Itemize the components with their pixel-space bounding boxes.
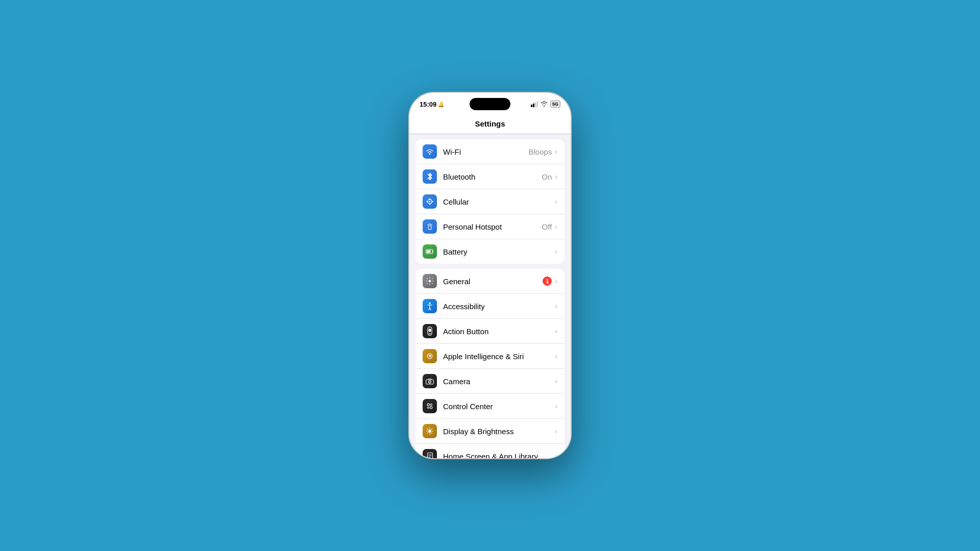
general-label: General <box>443 277 470 286</box>
section-connectivity: Wi-Fi Bloops › Bluetooth <box>415 139 565 264</box>
battery-chevron: › <box>555 247 557 256</box>
action-icon <box>423 324 437 338</box>
svg-line-33 <box>427 429 428 430</box>
cellular-label: Cellular <box>443 197 469 206</box>
battery-label: Battery <box>443 247 468 256</box>
svg-point-23 <box>429 381 430 382</box>
display-chevron: › <box>555 427 557 435</box>
svg-point-24 <box>427 404 429 406</box>
homescreen-chevron: › <box>555 452 557 458</box>
camera-label: Camera <box>443 377 470 386</box>
svg-point-27 <box>430 407 432 409</box>
wifi-label: Wi-Fi <box>443 147 461 156</box>
siri-label: Apple Intelligence & Siri <box>443 352 524 361</box>
row-cellular[interactable]: Cellular › <box>415 189 565 214</box>
row-homescreen[interactable]: Home Screen & App Library › <box>415 444 565 458</box>
battery-right: › <box>555 247 557 256</box>
general-badge: 1 <box>543 277 552 286</box>
wifi-chevron: › <box>555 147 557 156</box>
svg-point-4 <box>429 153 431 155</box>
row-control[interactable]: Control Center › <box>415 394 565 419</box>
hotspot-label: Personal Hotspot <box>443 222 502 231</box>
homescreen-right: › <box>555 452 557 458</box>
row-siri[interactable]: Apple Intelligence & Siri › <box>415 344 565 369</box>
action-right: › <box>555 327 557 335</box>
accessibility-label: Accessibility <box>443 302 485 311</box>
status-time: 15:09 🔔 <box>420 101 444 108</box>
bluetooth-content: Bluetooth On › <box>443 172 557 181</box>
homescreen-icon <box>423 449 437 458</box>
display-right: › <box>555 427 557 435</box>
camera-content: Camera › <box>443 377 557 386</box>
wifi-right: Bloops › <box>528 147 557 156</box>
camera-icon <box>423 374 437 388</box>
row-camera[interactable]: Camera › <box>415 369 565 394</box>
row-accessibility[interactable]: Accessibility › <box>415 294 565 319</box>
control-right: › <box>555 402 557 410</box>
svg-point-15 <box>429 303 431 305</box>
action-chevron: › <box>555 327 557 335</box>
hotspot-content: Personal Hotspot Off › <box>443 222 557 231</box>
control-content: Control Center › <box>443 402 557 411</box>
accessibility-right: › <box>555 302 557 310</box>
wifi-content: Wi-Fi Bloops › <box>443 147 557 156</box>
siri-content: Apple Intelligence & Siri › <box>443 352 557 361</box>
hotspot-right: Off › <box>542 222 557 231</box>
bluetooth-icon <box>423 169 437 184</box>
accessibility-icon <box>423 299 437 313</box>
battery-status: 5G <box>550 101 560 108</box>
svg-point-28 <box>428 430 431 433</box>
svg-point-20 <box>429 356 430 357</box>
svg-rect-2 <box>535 102 536 107</box>
alert-icon: 🔔 <box>438 102 444 107</box>
time-display: 15:09 <box>420 101 436 108</box>
hotspot-value: Off <box>542 222 552 231</box>
hotspot-icon <box>423 219 437 234</box>
siri-right: › <box>555 352 557 360</box>
cellular-icon <box>423 194 437 209</box>
svg-rect-13 <box>427 251 430 253</box>
wifi-icon <box>423 144 437 159</box>
accessibility-content: Accessibility › <box>443 302 557 311</box>
svg-point-14 <box>429 280 431 283</box>
svg-rect-17 <box>429 329 431 332</box>
row-display[interactable]: Display & Brightness › <box>415 419 565 444</box>
svg-rect-1 <box>533 104 534 107</box>
siri-icon <box>423 349 437 363</box>
control-chevron: › <box>555 402 557 410</box>
content-area[interactable]: Settings Wi-Fi Bloops <box>409 115 571 458</box>
status-icons: 5G <box>531 101 560 108</box>
settings-header: Settings <box>409 115 571 134</box>
bluetooth-label: Bluetooth <box>443 172 475 181</box>
action-content: Action Button › <box>443 327 557 336</box>
display-icon <box>423 424 437 438</box>
bluetooth-right: On › <box>542 172 557 181</box>
wifi-status-icon <box>541 101 548 107</box>
camera-chevron: › <box>555 377 557 385</box>
action-label: Action Button <box>443 327 488 336</box>
bluetooth-chevron: › <box>555 172 557 181</box>
row-wifi[interactable]: Wi-Fi Bloops › <box>415 139 565 164</box>
battery-icon <box>423 244 437 259</box>
status-bar: 15:09 🔔 5G <box>409 93 571 115</box>
row-hotspot[interactable]: Personal Hotspot Off › <box>415 214 565 239</box>
row-general[interactable]: General 1 › <box>415 269 565 294</box>
siri-chevron: › <box>555 352 557 360</box>
general-content: General 1 › <box>443 277 557 286</box>
svg-point-6 <box>429 201 431 203</box>
svg-line-34 <box>431 433 432 434</box>
homescreen-content: Home Screen & App Library › <box>443 452 557 459</box>
camera-right: › <box>555 377 557 385</box>
control-label: Control Center <box>443 402 493 411</box>
row-bluetooth[interactable]: Bluetooth On › <box>415 164 565 189</box>
bluetooth-value: On <box>542 172 552 181</box>
accessibility-chevron: › <box>555 302 557 310</box>
general-right: 1 › <box>543 277 557 286</box>
row-action[interactable]: Action Button › <box>415 319 565 344</box>
svg-line-35 <box>431 429 432 430</box>
svg-rect-11 <box>428 226 431 230</box>
svg-point-25 <box>430 404 432 406</box>
row-battery[interactable]: Battery › <box>415 239 565 264</box>
svg-point-26 <box>427 407 429 409</box>
phone-frame: 15:09 🔔 5G <box>408 92 572 459</box>
